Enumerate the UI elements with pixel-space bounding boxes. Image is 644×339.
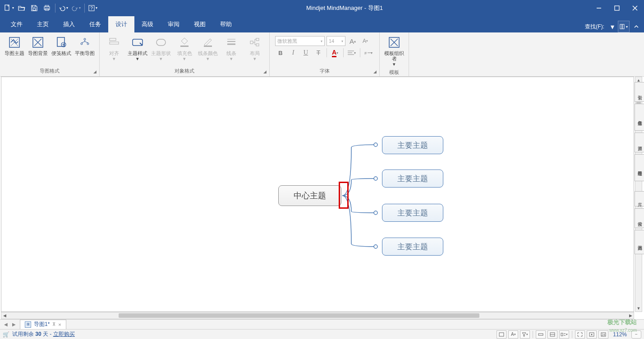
underline-button[interactable]: U	[300, 48, 311, 58]
subtopic-2[interactable]: 主要主题	[382, 170, 443, 188]
tab-home[interactable]: 主页	[30, 16, 56, 32]
sb-font-filter-button[interactable]: A▾	[508, 330, 518, 339]
tab-next-button[interactable]: ▶	[10, 321, 18, 329]
new-doc-dropdown[interactable]: ▾	[3, 2, 15, 14]
minimize-button[interactable]	[590, 2, 608, 14]
tab-task[interactable]: 任务	[82, 16, 108, 32]
template-organizer-button[interactable]: 模板组织者▾	[382, 34, 406, 68]
scroll-left-arrow[interactable]: ◀	[1, 312, 8, 319]
svg-rect-43	[561, 333, 563, 336]
close-button[interactable]	[626, 2, 644, 14]
side-tab-components[interactable]: 导图组件	[635, 154, 644, 181]
notes-format-icon	[55, 37, 67, 48]
notes-format-button[interactable]: 便笺格式	[50, 34, 73, 57]
pin-icon[interactable]: ⊼	[52, 322, 55, 327]
scroll-thumb[interactable]	[119, 313, 479, 318]
subtopic-1[interactable]: 主要主题	[382, 136, 443, 154]
buy-now-link[interactable]: 立即购买	[53, 331, 75, 337]
svg-text:?: ?	[90, 6, 93, 11]
map-background-button[interactable]: 导图背景	[26, 34, 50, 57]
strikethrough-button[interactable]: T	[313, 48, 324, 58]
status-bar: 🛒 试用剩余 30 天 - 立即购买 A▾ ▾ ▾ 24 112% −	[0, 329, 644, 339]
numbering-button[interactable]: #▾	[363, 48, 374, 58]
ribbon-group-label: 模板	[380, 68, 409, 78]
window-controls	[590, 2, 644, 14]
canvas[interactable]: 中心主题 主要主题 主要主题 主要主题 主要主题	[1, 77, 634, 312]
dialog-launcher[interactable]: ◢	[372, 69, 377, 75]
side-tab-browser[interactable]: 浏览器	[635, 230, 644, 254]
collapse-ribbon-button[interactable]	[630, 21, 642, 32]
fill-color-button[interactable]: 填充色▾	[173, 34, 196, 62]
tab-design[interactable]: 设计	[108, 16, 134, 32]
balance-map-icon	[79, 37, 91, 48]
tab-review[interactable]: 审阅	[161, 16, 187, 32]
font-color-button[interactable]: A▾	[330, 48, 340, 58]
italic-button[interactable]: I	[288, 48, 299, 58]
font-name-combo[interactable]: 微软雅黑▾	[275, 36, 325, 46]
find-dropdown[interactable]: ▾	[608, 21, 617, 32]
tab-prev-button[interactable]: ◀	[2, 321, 10, 329]
subtopic-4[interactable]: 主要主题	[382, 238, 443, 256]
layout-button[interactable]: 布局▾	[243, 34, 267, 62]
tab-advanced[interactable]: 高级	[134, 16, 161, 32]
subtopic-3[interactable]: 主要主题	[382, 204, 443, 222]
sb-collapse-button[interactable]	[536, 330, 546, 339]
topic-style-button[interactable]: 主题样式▾	[126, 34, 149, 62]
separator	[327, 48, 327, 57]
panel-toggle-button[interactable]: ▾	[618, 21, 630, 32]
horizontal-scrollbar[interactable]: ◀ ▶	[1, 312, 634, 319]
dialog-launcher[interactable]: ◢	[92, 69, 97, 75]
tab-insert[interactable]: 插入	[56, 16, 82, 32]
print-button[interactable]	[41, 2, 53, 14]
maximize-button[interactable]	[608, 2, 626, 14]
side-tab-search[interactable]: 搜索	[635, 208, 644, 228]
sb-level-button[interactable]: ▾	[559, 330, 569, 339]
dialog-launcher[interactable]: ◢	[262, 69, 267, 75]
bold-button[interactable]: B	[275, 48, 286, 58]
zoom-level[interactable]: 112%	[613, 331, 627, 338]
map-theme-button[interactable]: 导图主题	[3, 34, 26, 57]
align-text-button[interactable]: ▾	[346, 48, 357, 58]
ribbon-group-font: 微软雅黑▾ 14▾ A▴ A▾ B I U T A▾ ▾ #▾	[270, 32, 380, 76]
side-tab-index[interactable]: 索引	[635, 82, 644, 102]
sb-center-button[interactable]	[587, 330, 597, 339]
sb-filter-button[interactable]: ▾	[520, 330, 530, 339]
align-icon	[108, 37, 120, 48]
redo-button[interactable]: ▾	[70, 2, 83, 14]
decrease-font-button[interactable]: A▾	[360, 36, 371, 46]
topic-shape-button[interactable]: 主题形状▾	[149, 34, 173, 62]
scroll-right-arrow[interactable]: ▶	[627, 312, 634, 319]
sb-fit-button[interactable]	[575, 330, 585, 339]
font-size-combo[interactable]: 14▾	[327, 36, 345, 46]
undo-button[interactable]: ▾	[57, 2, 70, 14]
separator	[533, 331, 533, 338]
increase-font-button[interactable]: A▴	[347, 36, 358, 46]
sb-tags-button[interactable]	[497, 330, 506, 339]
side-tab-library[interactable]: 库	[635, 191, 644, 206]
line-button[interactable]: 线条▾	[220, 34, 243, 62]
help-dropdown[interactable]: ? ▾	[87, 2, 99, 14]
balance-map-button[interactable]: 平衡导图	[73, 34, 97, 57]
line-color-button[interactable]: 线条颜色▾	[196, 34, 220, 62]
document-tab[interactable]: ⊞ 导图1* ⊼ ×	[20, 320, 66, 330]
cart-icon: 🛒	[3, 331, 9, 338]
separator	[343, 48, 344, 57]
close-tab-button[interactable]: ×	[58, 322, 61, 327]
sb-actual-button[interactable]: 24	[598, 330, 608, 339]
svg-rect-22	[204, 46, 212, 47]
tab-help[interactable]: 帮助	[213, 16, 239, 32]
side-tab-taskinfo[interactable]: 任务信息	[635, 104, 644, 131]
align-button[interactable]: 对齐▾	[102, 34, 126, 62]
save-button[interactable]	[28, 2, 41, 14]
central-topic[interactable]: 中心主题	[278, 185, 341, 206]
zoom-out-button[interactable]: −	[631, 330, 641, 339]
tab-view[interactable]: 视图	[187, 16, 213, 32]
sb-expand-button[interactable]	[547, 330, 557, 339]
tab-file[interactable]: 文件	[4, 16, 30, 32]
svg-point-16	[87, 43, 89, 45]
side-tab-resources[interactable]: 资源	[635, 133, 644, 152]
separator	[360, 48, 360, 57]
scroll-down-arrow[interactable]: ▼	[635, 305, 642, 312]
open-button[interactable]	[15, 2, 28, 14]
document-tabs: ◀ ▶ ⊞ 导图1* ⊼ ×	[0, 319, 644, 329]
